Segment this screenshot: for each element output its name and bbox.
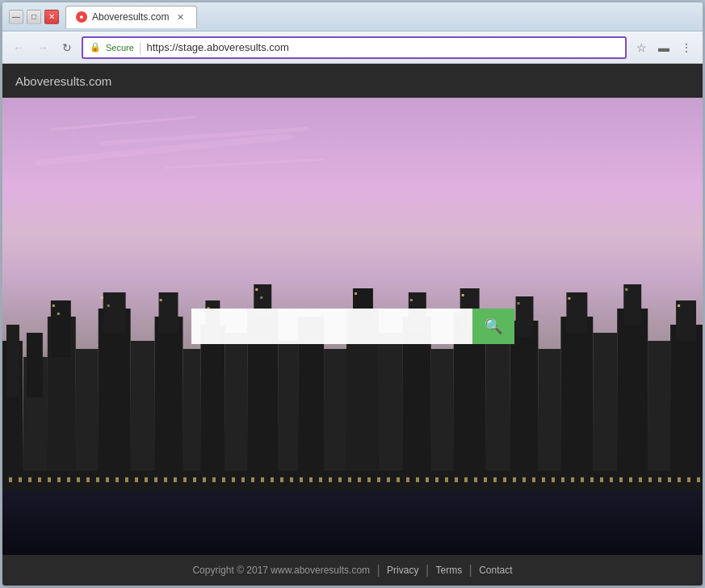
svg-rect-23 xyxy=(379,333,403,478)
close-button[interactable]: ✕ xyxy=(44,10,59,24)
svg-rect-50 xyxy=(410,299,413,301)
svg-rect-1 xyxy=(6,325,19,397)
tab-close-button[interactable]: ✕ xyxy=(174,10,187,23)
tab-favicon: ● xyxy=(76,11,87,23)
menu-icon[interactable]: ⋮ xyxy=(677,38,696,57)
footer-sep-3: | xyxy=(465,563,476,578)
search-icon: 🔍 xyxy=(485,317,502,335)
svg-rect-47 xyxy=(255,288,258,291)
svg-rect-7 xyxy=(99,309,131,478)
footer-link-contact[interactable]: Contact xyxy=(479,565,512,576)
forward-button[interactable]: → xyxy=(33,38,52,57)
svg-rect-55 xyxy=(678,304,680,307)
footer-link-terms[interactable]: Terms xyxy=(435,565,462,576)
tabs-area: ● Aboveresults.com ✕ xyxy=(59,6,696,28)
address-bar[interactable]: 🔒 Secure | xyxy=(82,36,627,59)
svg-rect-13 xyxy=(200,325,225,478)
lights-strip xyxy=(2,477,703,482)
svg-rect-43 xyxy=(101,296,103,299)
svg-rect-51 xyxy=(462,294,464,296)
svg-rect-8 xyxy=(103,292,126,333)
secure-label: Secure xyxy=(106,43,134,52)
footer-copyright: Copyright © 2017 www.aboveresults.com xyxy=(192,565,370,576)
hero-section: 🔍 xyxy=(2,98,703,555)
address-divider: | xyxy=(139,41,142,54)
lock-icon: 🔒 xyxy=(90,42,101,52)
svg-rect-42 xyxy=(57,313,60,315)
browser-window: — □ ✕ ● Aboveresults.com ✕ ← → ↻ 🔒 Secur… xyxy=(2,2,703,586)
svg-rect-6 xyxy=(76,349,99,478)
svg-rect-30 xyxy=(510,321,539,478)
svg-rect-12 xyxy=(183,349,200,478)
svg-rect-32 xyxy=(538,349,560,478)
svg-rect-45 xyxy=(160,299,162,301)
search-input[interactable] xyxy=(191,309,472,344)
search-container: 🔍 xyxy=(191,309,514,344)
minimize-button[interactable]: — xyxy=(9,10,23,24)
svg-rect-54 xyxy=(625,288,627,291)
svg-rect-44 xyxy=(107,304,110,307)
svg-rect-38 xyxy=(648,341,670,478)
url-input[interactable] xyxy=(147,41,619,53)
svg-rect-39 xyxy=(670,325,703,478)
address-bar-area: ← → ↻ 🔒 Secure | ☆ ▬ ⋮ xyxy=(2,32,703,64)
site-logo: Aboveresults.com xyxy=(15,74,111,88)
footer-sep-1: | xyxy=(373,563,384,578)
bookmark-icon[interactable]: ☆ xyxy=(632,38,651,57)
site-header: Aboveresults.com xyxy=(2,64,703,98)
svg-rect-41 xyxy=(52,304,55,307)
footer-sep-2: | xyxy=(422,563,432,578)
extensions-icon[interactable]: ▬ xyxy=(654,38,674,57)
svg-rect-35 xyxy=(593,333,617,478)
city-skyline-svg xyxy=(2,276,703,478)
svg-rect-36 xyxy=(617,309,648,478)
site-footer: Copyright © 2017 www.aboveresults.com | … xyxy=(2,555,703,586)
svg-rect-20 xyxy=(324,349,346,478)
svg-rect-52 xyxy=(518,302,520,304)
back-button[interactable]: ← xyxy=(9,38,28,57)
refresh-button[interactable]: ↻ xyxy=(57,38,77,57)
active-tab[interactable]: ● Aboveresults.com ✕ xyxy=(65,6,197,28)
title-bar: — □ ✕ ● Aboveresults.com ✕ xyxy=(2,2,703,32)
svg-rect-5 xyxy=(51,300,71,357)
tab-title: Aboveresults.com xyxy=(92,11,169,23)
svg-rect-10 xyxy=(155,317,183,478)
footer-link-privacy[interactable]: Privacy xyxy=(387,565,418,576)
svg-rect-3 xyxy=(27,333,43,397)
svg-rect-49 xyxy=(355,292,357,295)
svg-rect-48 xyxy=(260,296,262,299)
svg-rect-18 xyxy=(278,341,298,478)
svg-rect-29 xyxy=(486,341,510,478)
svg-rect-15 xyxy=(225,333,247,478)
maximize-button[interactable]: □ xyxy=(27,10,41,24)
window-controls: — □ ✕ xyxy=(9,10,59,24)
svg-rect-53 xyxy=(568,297,570,300)
search-button[interactable]: 🔍 xyxy=(472,309,514,344)
svg-rect-33 xyxy=(560,317,593,478)
svg-rect-11 xyxy=(159,292,178,333)
address-actions: ☆ ▬ ⋮ xyxy=(632,38,696,57)
svg-rect-26 xyxy=(431,349,454,478)
svg-rect-9 xyxy=(131,341,155,478)
